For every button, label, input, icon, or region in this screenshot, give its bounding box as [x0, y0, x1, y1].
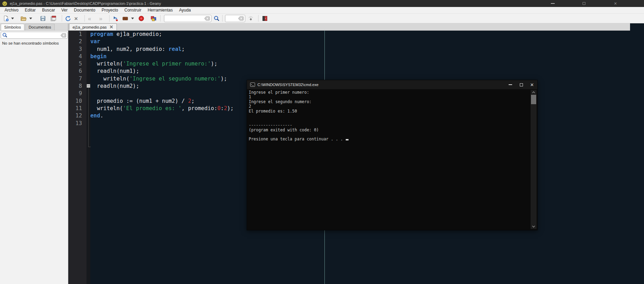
code-token[interactable]: program — [90, 31, 113, 37]
line-number[interactable]: 8 — [68, 83, 87, 90]
geany-titlebar[interactable]: ej1a_promedio.pas - C:\Users\Fabian\Desk… — [0, 0, 644, 7]
menu-archivo[interactable]: Archivo — [1, 7, 22, 14]
quit-button[interactable] — [262, 15, 268, 22]
code-token[interactable]: readln(num1); — [90, 68, 139, 74]
code-token[interactable]: var — [90, 38, 100, 45]
goto-line-entry[interactable] — [225, 15, 245, 22]
cmd-window[interactable]: C:\WINDOWS\SYSTEM32\cmd.exe ✕ Ingrese el… — [247, 80, 538, 230]
code-token[interactable]: writeln( — [90, 61, 123, 67]
fold-collapse-icon[interactable] — [87, 84, 90, 88]
color-chooser-button[interactable] — [150, 15, 157, 22]
code-token[interactable]: ; — [191, 98, 194, 104]
code-line[interactable]: 2var — [68, 38, 644, 45]
menu-buscar[interactable]: Buscar — [39, 7, 58, 14]
line-number[interactable]: 10 — [68, 98, 87, 105]
open-file-dropdown[interactable] — [29, 17, 32, 19]
line-number[interactable]: 5 — [68, 60, 87, 68]
code-token[interactable]: . — [100, 113, 103, 119]
code-token[interactable]: begin — [90, 53, 107, 60]
line-number[interactable]: 3 — [68, 46, 87, 53]
navigate-back-button[interactable]: « — [88, 15, 91, 21]
symbol-filter-input[interactable] — [8, 33, 60, 37]
line-number[interactable]: 12 — [68, 112, 87, 120]
code-line[interactable]: 3 num1, num2, promedio: real; — [68, 46, 644, 53]
code-token[interactable]: writeln( — [90, 105, 123, 112]
cmd-scrollbar[interactable] — [531, 90, 537, 229]
code-line[interactable]: 4begin — [68, 53, 644, 60]
tab-close-icon[interactable]: ✕ — [110, 25, 113, 29]
new-file-dropdown[interactable] — [11, 17, 14, 19]
editor-tab[interactable]: ej1a_promedio.pas ✕ — [69, 23, 117, 30]
menu-ayuda[interactable]: Ayuda — [176, 7, 194, 14]
line-number[interactable]: 4 — [68, 53, 87, 60]
code-token[interactable]: 2 — [224, 105, 227, 112]
menu-documento[interactable]: Documento — [71, 7, 98, 14]
tab-documentos[interactable]: Documentos — [25, 24, 55, 30]
save-button[interactable] — [40, 15, 46, 22]
maximize-button[interactable] — [579, 0, 589, 7]
close-document-button[interactable]: × — [74, 15, 78, 21]
build-dropdown[interactable] — [131, 17, 134, 19]
scroll-up-icon[interactable] — [531, 91, 537, 94]
code-token[interactable]: end — [90, 113, 100, 119]
jump-to-line-button[interactable] — [248, 15, 254, 22]
search-button[interactable] — [214, 15, 220, 22]
clear-icon[interactable] — [60, 33, 66, 38]
code-token[interactable]: ej1a_promedio; — [113, 31, 162, 37]
cmd-titlebar[interactable]: C:\WINDOWS\SYSTEM32\cmd.exe ✕ — [247, 80, 537, 89]
code-line[interactable]: 1program ej1a_promedio; — [68, 31, 644, 38]
code-token[interactable]: ); — [220, 76, 227, 82]
clear-icon[interactable] — [238, 16, 244, 21]
build-button[interactable] — [122, 15, 128, 22]
code-token[interactable]: 0 — [217, 105, 220, 112]
code-text[interactable]: readln(num2); — [90, 83, 139, 90]
code-text[interactable]: begin — [90, 53, 107, 60]
code-text[interactable]: promedio := (num1 + num2) / 2; — [90, 98, 195, 105]
code-token[interactable]: ); — [211, 61, 217, 67]
code-text[interactable]: writeln('Ingrese el primer numero:'); — [90, 60, 217, 68]
line-number[interactable]: 1 — [68, 31, 87, 38]
revert-button[interactable] — [65, 15, 71, 22]
line-number[interactable]: 9 — [68, 90, 87, 97]
code-text[interactable]: num1, num2, promedio: real; — [90, 46, 185, 53]
code-text[interactable]: writeln('El promedio es: ', promedio:0:2… — [90, 105, 234, 112]
scrollbar-thumb[interactable] — [531, 95, 536, 104]
run-button[interactable] — [138, 15, 144, 22]
code-token[interactable]: 2 — [188, 98, 191, 104]
cmd-minimize-button[interactable] — [505, 80, 516, 89]
code-token[interactable]: 'Ingrese el segundo numero:' — [129, 76, 220, 82]
close-button[interactable]: ✕ — [611, 0, 620, 7]
navigate-forward-button[interactable]: » — [99, 15, 102, 21]
code-text[interactable]: writeln('Ingrese el segundo numero:'); — [90, 75, 227, 83]
line-number[interactable]: 13 — [68, 120, 87, 127]
code-token[interactable]: : — [220, 105, 224, 112]
line-number[interactable]: 6 — [68, 68, 87, 75]
cmd-close-button[interactable]: ✕ — [527, 80, 537, 89]
menu-construir[interactable]: Construir — [121, 7, 144, 14]
code-line[interactable]: 6 readln(num1); — [68, 68, 644, 75]
menu-proyecto[interactable]: Proyecto — [98, 7, 121, 14]
code-token[interactable]: , promedio: — [181, 105, 217, 112]
menu-herramientas[interactable]: Herramientas — [144, 7, 176, 14]
save-all-button[interactable] — [50, 15, 57, 22]
toolbar-search-entry[interactable] — [164, 15, 211, 22]
cmd-maximize-button[interactable] — [516, 80, 526, 89]
scroll-down-icon[interactable] — [531, 225, 537, 228]
new-file-button[interactable] — [3, 15, 9, 22]
open-file-button[interactable] — [20, 15, 27, 22]
search-input[interactable] — [165, 16, 204, 21]
code-token[interactable]: ); — [227, 105, 234, 112]
code-line[interactable]: 5 writeln('Ingrese el primer numero:'); — [68, 60, 644, 68]
code-token[interactable]: num1, num2, promedio: — [90, 46, 169, 52]
code-token[interactable]: ; — [181, 46, 185, 52]
code-token[interactable]: readln(num2); — [90, 83, 139, 89]
code-token[interactable]: promedio := (num1 + num2) / — [90, 98, 188, 104]
tab-simbolos[interactable]: Símbolos — [1, 24, 24, 30]
line-number[interactable]: 11 — [68, 105, 87, 112]
clear-icon[interactable] — [204, 16, 210, 21]
menu-ver[interactable]: Ver — [58, 7, 71, 14]
code-text[interactable]: end. — [90, 112, 103, 120]
goto-line-input[interactable] — [226, 16, 238, 21]
symbol-filter-entry[interactable] — [1, 32, 68, 39]
menu-editar[interactable]: Editar — [22, 7, 39, 14]
